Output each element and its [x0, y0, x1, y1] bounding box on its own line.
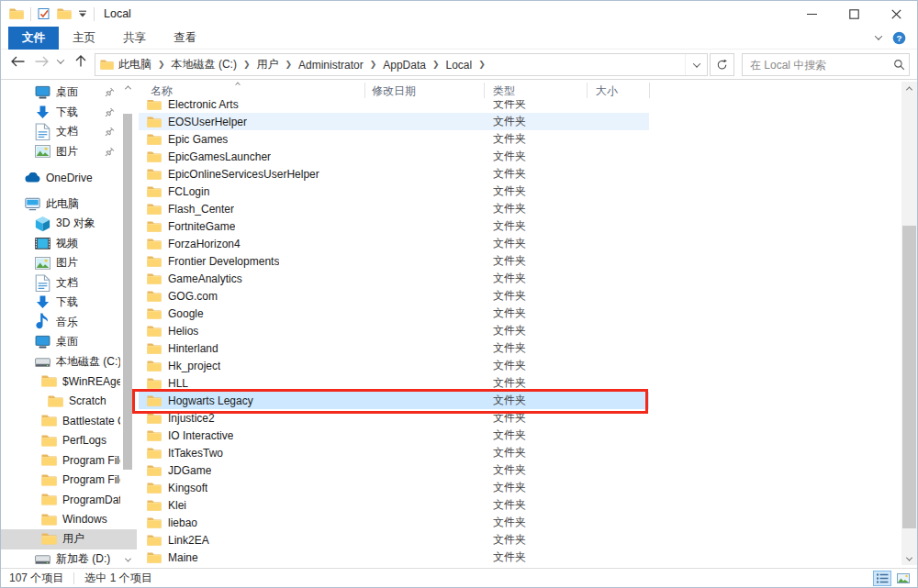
- address-history-icon[interactable]: [685, 54, 707, 75]
- scroll-down-icon[interactable]: [904, 553, 914, 564]
- file-row[interactable]: GameAnalytics文件夹: [139, 270, 649, 287]
- breadcrumb-chevron-icon[interactable]: ❯: [156, 60, 167, 69]
- sidebar-item--winreagent[interactable]: $WinREAgent: [1, 372, 137, 392]
- file-row[interactable]: Maine文件夹: [139, 549, 649, 566]
- sidebar-item--[interactable]: 文档: [1, 273, 137, 294]
- tab-home[interactable]: 主页: [59, 27, 109, 50]
- sidebar-item-program-files[interactable]: Program Files: [1, 471, 137, 491]
- search-icon[interactable]: [889, 59, 909, 71]
- file-row[interactable]: Frontier Developments文件夹: [139, 252, 649, 270]
- sidebar-scroll-down-icon[interactable]: [123, 555, 132, 564]
- file-row[interactable]: FortniteGame文件夹: [139, 217, 649, 235]
- file-row[interactable]: EOSUserHelper文件夹: [139, 113, 649, 130]
- file-row[interactable]: Klei文件夹: [139, 496, 649, 514]
- sidebar-scrollbar-thumb[interactable]: [123, 114, 132, 470]
- file-list-scrollbar-thumb[interactable]: [902, 226, 916, 528]
- breadcrumb-chevron-icon[interactable]: ❯: [283, 60, 294, 69]
- file-row[interactable]: Hinterland文件夹: [139, 339, 649, 357]
- thumbnail-view-button[interactable]: [894, 571, 912, 586]
- sidebar-item--[interactable]: 图片: [1, 142, 137, 162]
- sidebar-item--[interactable]: 桌面: [1, 83, 137, 103]
- sidebar-item--d-[interactable]: 新加卷 (D:): [1, 549, 137, 569]
- file-row[interactable]: EpicOnlineServicesUserHelper文件夹: [139, 165, 649, 183]
- maximize-button[interactable]: [833, 1, 875, 27]
- breadcrumb-chevron-icon[interactable]: ❯: [368, 60, 379, 69]
- details-view-button[interactable]: [873, 571, 891, 586]
- address-bar[interactable]: 此电脑❯本地磁盘 (C:)❯用户❯Administrator❯AppData❯L…: [95, 53, 708, 76]
- new-folder-icon[interactable]: [57, 7, 72, 20]
- sidebar-item--[interactable]: 下载: [1, 103, 137, 123]
- sidebar-item-windows[interactable]: Windows: [1, 510, 137, 530]
- breadcrumb-segment[interactable]: 本地磁盘 (C:): [167, 57, 241, 72]
- breadcrumb-segment[interactable]: 此电脑: [114, 57, 156, 72]
- sidebar-item--[interactable]: 音乐: [1, 313, 137, 333]
- file-row[interactable]: Kingsoft文件夹: [139, 479, 649, 496]
- file-row[interactable]: Flash_Center文件夹: [139, 200, 649, 217]
- breadcrumb-segment[interactable]: 用户: [252, 57, 283, 72]
- sidebar-item-battlestate-ga[interactable]: Battlestate Ga: [1, 411, 137, 431]
- breadcrumb-segment[interactable]: Local: [441, 59, 476, 72]
- file-row[interactable]: Hogwarts Legacy文件夹: [139, 392, 649, 409]
- breadcrumb-chevron-icon[interactable]: ❯: [476, 60, 487, 69]
- sidebar-item-3d-[interactable]: 3D 对象: [1, 214, 137, 234]
- file-row[interactable]: FCLogin文件夹: [139, 183, 649, 200]
- recent-locations-icon[interactable]: [57, 56, 64, 63]
- file-row[interactable]: ItTakesTwo文件夹: [139, 444, 649, 461]
- breadcrumb-segment[interactable]: Administrator: [294, 59, 368, 72]
- file-row[interactable]: ForzaHorizon4文件夹: [139, 235, 649, 252]
- file-row[interactable]: Link2EA文件夹: [139, 531, 649, 549]
- properties-checkbox-icon[interactable]: [38, 7, 50, 20]
- minimize-button[interactable]: [790, 1, 833, 27]
- tab-share[interactable]: 共享: [109, 27, 160, 50]
- sidebar-scrollbar[interactable]: [121, 83, 134, 568]
- file-row[interactable]: Hk_project文件夹: [139, 357, 649, 374]
- qat-dropdown-icon[interactable]: [78, 10, 87, 18]
- tab-file[interactable]: 文件: [8, 27, 59, 50]
- column-header-name[interactable]: 名称: [151, 83, 173, 99]
- sidebar-item-onedrive[interactable]: OneDrive: [1, 168, 137, 188]
- file-list-scrollbar[interactable]: [901, 82, 917, 565]
- sidebar-item-programdata[interactable]: ProgramData: [1, 490, 137, 510]
- search-box[interactable]: [742, 53, 910, 76]
- sidebar-item--[interactable]: 用户: [1, 529, 137, 549]
- file-row[interactable]: Helios文件夹: [139, 322, 649, 339]
- column-divider[interactable]: [587, 83, 588, 98]
- file-row[interactable]: GOG.com文件夹: [139, 287, 649, 305]
- help-icon[interactable]: ?: [892, 31, 906, 45]
- sidebar-item--[interactable]: 视频: [1, 234, 137, 254]
- column-header-type[interactable]: 类型: [493, 83, 515, 99]
- sidebar-item--[interactable]: 此电脑: [1, 194, 137, 215]
- forward-button-icon[interactable]: [34, 55, 50, 68]
- file-row[interactable]: EpicGamesLauncher文件夹: [139, 148, 649, 165]
- ribbon-expand-icon[interactable]: [875, 32, 882, 39]
- up-button-icon[interactable]: [74, 54, 87, 68]
- sidebar-item--[interactable]: 图片: [1, 253, 137, 273]
- refresh-button[interactable]: [710, 53, 734, 76]
- column-divider[interactable]: [649, 83, 650, 98]
- close-button[interactable]: [875, 1, 917, 27]
- sidebar-scroll-up-icon[interactable]: [123, 83, 132, 92]
- sidebar-item--[interactable]: 文档: [1, 122, 137, 142]
- file-row[interactable]: Google文件夹: [139, 305, 649, 322]
- scroll-up-icon[interactable]: [904, 83, 914, 94]
- column-header-date[interactable]: 修改日期: [372, 83, 416, 99]
- sidebar-item-program-files[interactable]: Program Files: [1, 450, 137, 471]
- column-divider[interactable]: [484, 83, 485, 98]
- search-input[interactable]: [743, 59, 889, 72]
- column-header-size[interactable]: 大小: [596, 83, 618, 99]
- file-row[interactable]: liebao文件夹: [139, 514, 649, 531]
- breadcrumb-chevron-icon[interactable]: ❯: [241, 60, 252, 69]
- breadcrumb-chevron-icon[interactable]: ❯: [431, 60, 442, 69]
- column-divider[interactable]: [364, 83, 365, 98]
- file-row[interactable]: Epic Games文件夹: [139, 130, 649, 148]
- file-row[interactable]: IO Interactive文件夹: [139, 427, 649, 444]
- file-row[interactable]: Injustice2文件夹: [139, 409, 649, 427]
- sidebar-item-scratch[interactable]: Scratch: [1, 392, 137, 412]
- sidebar-item--[interactable]: 桌面: [1, 332, 137, 352]
- back-button-icon[interactable]: [10, 55, 26, 68]
- file-row[interactable]: JDGame文件夹: [139, 461, 649, 479]
- file-row[interactable]: HLL文件夹: [139, 374, 649, 392]
- sidebar-item--c-[interactable]: 本地磁盘 (C:): [1, 352, 137, 372]
- sidebar-item--[interactable]: 下载: [1, 293, 137, 313]
- sidebar-item-perflogs[interactable]: PerfLogs: [1, 431, 137, 451]
